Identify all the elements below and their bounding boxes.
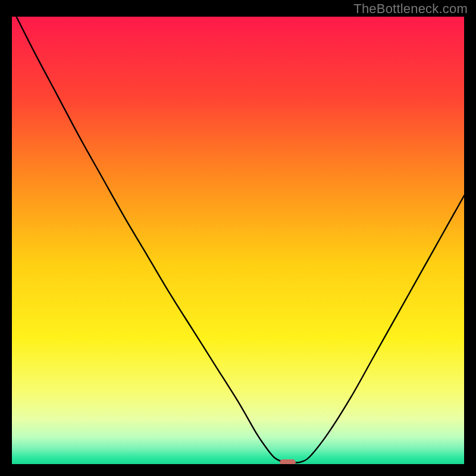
plot-area [12, 17, 464, 464]
chart-container: TheBottleneck.com [0, 0, 476, 476]
gradient-background [12, 17, 464, 464]
watermark-text: TheBottleneck.com [353, 1, 468, 17]
bottleneck-chart [12, 17, 464, 464]
optimal-marker [280, 459, 296, 464]
